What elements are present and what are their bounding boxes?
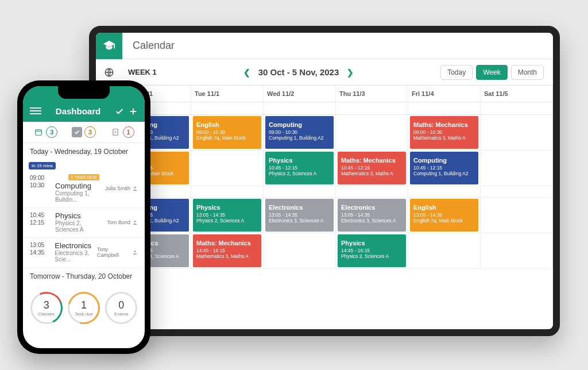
calendar-event[interactable]: English09:00 - 10:30English 7a, Main Blo…: [193, 116, 261, 149]
day-header: Sat 11/5: [481, 86, 553, 102]
agenda-item[interactable]: 10:4512:15PhysicsPhysics 2, Sciences ATo…: [23, 208, 145, 238]
calendar-event[interactable]: Maths: Mechanics10:45 - 12:15Mathematics…: [338, 152, 406, 184]
date-range: 30 Oct - 5 Nov, 2023: [258, 67, 339, 77]
next-week-button[interactable]: ❯: [347, 68, 354, 77]
ring-classes[interactable]: 3 Classes: [30, 292, 63, 324]
app-logo: [96, 33, 122, 59]
globe-icon: [104, 67, 114, 78]
tab-exams[interactable]: A 1: [110, 126, 134, 138]
view-switcher: Today Week Month: [440, 65, 544, 80]
calendar-topbar: Calendar: [96, 33, 553, 59]
person-icon: [132, 186, 138, 191]
tab-classes[interactable]: 3: [33, 126, 57, 138]
classes-count: 3: [46, 126, 57, 138]
person-icon: [132, 249, 138, 255]
day-header: Wed 11/2: [264, 86, 336, 102]
page-title: Calendar: [122, 40, 175, 52]
check-square-icon: [73, 128, 81, 136]
calendar-event[interactable]: Physics13:05 - 14:35Physics 2, Sciences …: [193, 199, 261, 232]
tomorrow-heading: Tomorrow - Thursday, 20 October: [23, 268, 145, 284]
svg-point-6: [134, 250, 136, 252]
svg-text:A: A: [114, 130, 117, 134]
calendar-event[interactable]: Electronics13:05 - 14:35Electronics 3, S…: [338, 199, 406, 232]
time-slot-row: Electronics14:45 - 16:15Electronics 3, S…: [96, 233, 553, 269]
menu-button[interactable]: [30, 106, 41, 116]
summary-tabs: 3 3 A 1: [23, 122, 145, 143]
ring-tasks[interactable]: 1 Task due: [68, 292, 100, 324]
graduation-cap-icon: [103, 40, 115, 52]
calendar-event[interactable]: Physics14:45 - 16:15Physics 2, Sciences …: [338, 234, 406, 267]
add-icon[interactable]: [129, 107, 138, 116]
svg-point-4: [134, 187, 136, 188]
calendar-controls: WEEK 1 ❮ 30 Oct - 5 Nov, 2023 ❯ Today We…: [96, 59, 553, 86]
tomorrow-summary: 3 Classes 1 Task due 0 Exams: [23, 284, 145, 332]
calendar-event[interactable]: Maths: Mechanics09:00 - 10:30Mathematics…: [410, 116, 478, 149]
calendar-event[interactable]: Electronics13:05 - 14:35Electronics 3, S…: [265, 199, 334, 232]
phone-frame: Dashboard 3 3 A 1 Today - Wednesday, 19 …: [17, 80, 150, 354]
phone-title: Dashboard: [56, 106, 100, 116]
day-header: Tue 11/1: [191, 86, 264, 102]
prev-week-button[interactable]: ❮: [243, 68, 250, 77]
countdown-badge: In 15 mins: [29, 162, 56, 169]
agenda-item[interactable]: 09:0010:301 TASK DUEComputingComputing 1…: [23, 171, 145, 208]
month-view-button[interactable]: Month: [511, 65, 544, 80]
exams-count: 1: [123, 126, 134, 138]
date-navigator: ❮ 30 Oct - 5 Nov, 2023 ❯: [157, 67, 440, 77]
calendar-event[interactable]: Computing10:45 - 12:15Computing 1, Build…: [410, 152, 478, 184]
today-button[interactable]: Today: [440, 65, 473, 80]
exam-icon: A: [111, 128, 119, 136]
calendar-event[interactable]: Physics10:45 - 12:15Physics 2, Sciences …: [265, 152, 334, 184]
svg-point-5: [134, 220, 136, 222]
laptop-frame: Calendar WEEK 1 ❮ 30 Oct - 5 Nov, 2023 ❯…: [89, 26, 560, 336]
calendar-event[interactable]: English13:05 - 14:35English 7a, Main Blo…: [410, 199, 478, 232]
week-view-button[interactable]: Week: [476, 65, 507, 80]
week-label: WEEK 1: [122, 68, 157, 76]
calendar-event[interactable]: Maths: Mechanics14:45 - 16:15Mathematics…: [193, 234, 261, 267]
svg-rect-1: [36, 130, 42, 135]
time-slot-row: English10:45 - 12:15English 7a, Main Blo…: [96, 151, 553, 186]
calendar-icon: [34, 128, 42, 136]
day-headers-row: 8:30 Mon 10/31 Tue 11/1 Wed 11/2 Thu 11/…: [96, 86, 553, 102]
time-slot-row: Computing13:05 - 14:35Computing 1, Build…: [96, 198, 553, 233]
half-term-row: nn Half Term: [96, 102, 553, 115]
person-icon: [132, 219, 138, 225]
tasks-count: 3: [84, 126, 96, 138]
day-header: Thu 11/3: [336, 86, 408, 102]
calendar-event[interactable]: Computing09:00 - 10:30Computing 1, Build…: [265, 116, 334, 149]
phone-screen: Dashboard 3 3 A 1 Today - Wednesday, 19 …: [23, 86, 145, 348]
phone-notch: [58, 86, 110, 99]
day-header: Fri 11/4: [408, 86, 481, 102]
check-icon[interactable]: [115, 107, 124, 116]
calendar-grid: 8:30 Mon 10/31 Tue 11/1 Wed 11/2 Thu 11/…: [96, 86, 553, 329]
tab-tasks[interactable]: 3: [72, 126, 96, 138]
ring-exams[interactable]: 0 Exams: [105, 292, 137, 324]
time-slot-row: Computing09:00 - 10:30Computing 1, Build…: [96, 115, 553, 151]
agenda-item[interactable]: 13:0514:35ElectronicsElectronics 3, Scie…: [23, 238, 145, 268]
today-heading: Today - Wednesday, 19 October: [23, 143, 145, 159]
